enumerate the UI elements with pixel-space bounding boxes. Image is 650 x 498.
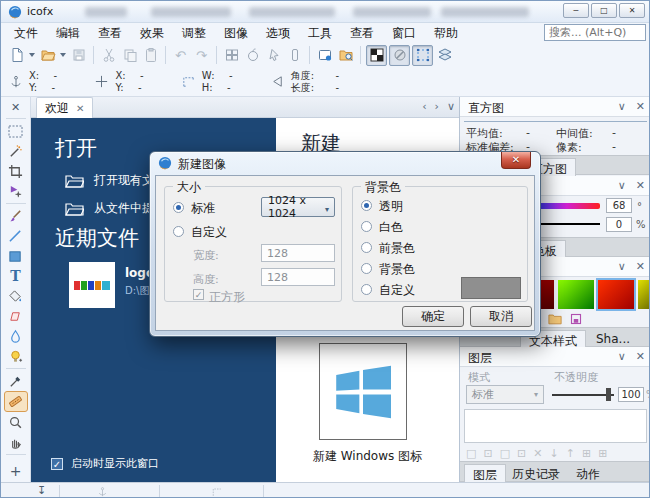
opacity-slider-track[interactable] (552, 394, 614, 396)
panel-close-button[interactable]: ✕ (11, 101, 20, 114)
hue-value-input[interactable] (606, 198, 632, 213)
minimize-button[interactable]: ─ (563, 3, 589, 18)
collapse-icon[interactable]: ∨ (618, 350, 626, 363)
save-button[interactable] (68, 45, 89, 66)
menu-item-view[interactable]: 查看 (89, 23, 131, 44)
text-tool[interactable]: T (4, 266, 28, 286)
saturation-value-input[interactable] (606, 217, 632, 232)
transparent-radio[interactable] (361, 200, 372, 211)
tab-close-icon[interactable]: ✕ (76, 103, 84, 114)
add-tool-button[interactable]: + (10, 463, 22, 479)
recent-file-thumbnail[interactable] (69, 262, 115, 308)
menu-item-tools[interactable]: 工具 (299, 23, 341, 44)
tab-shadow[interactable]: Sha... (588, 330, 638, 348)
close-icon[interactable]: ✕ (636, 179, 645, 192)
close-icon[interactable]: ✕ (636, 350, 645, 363)
dock-icon[interactable]: ↧ (37, 484, 46, 497)
duplicate-layer-icon[interactable]: ⊡ (483, 447, 492, 460)
magic-wand-tool[interactable] (4, 141, 28, 161)
swatch-save-button[interactable] (570, 313, 582, 328)
startup-checkbox[interactable]: ✓ (51, 458, 63, 470)
menu-item-adjust[interactable]: 调整 (173, 23, 215, 44)
line-tool[interactable] (4, 226, 28, 246)
delete-layer-icon[interactable]: ✕ (533, 447, 542, 460)
phone-icon-button[interactable] (284, 45, 305, 66)
tab-scroll-left-button[interactable]: ‹ (422, 100, 426, 113)
macos-icon-button[interactable] (242, 45, 263, 66)
color-picker-tool[interactable] (4, 371, 28, 391)
custom-color-radio[interactable] (361, 284, 372, 295)
foreground-radio[interactable] (361, 242, 372, 253)
collapse-icon[interactable]: ∨ (618, 100, 626, 113)
blur-tool[interactable] (4, 326, 28, 346)
move-selection-tool[interactable] (4, 181, 28, 201)
move-up-icon[interactable]: ↑ (566, 447, 575, 460)
cut-button[interactable] (98, 45, 119, 66)
windows-icon-button[interactable] (221, 45, 242, 66)
browse-images-button[interactable] (335, 45, 356, 66)
standard-radio[interactable] (173, 202, 184, 213)
tab-scroll-right-button[interactable]: › (435, 100, 439, 113)
collapse-icon[interactable]: ∨ (618, 260, 626, 273)
open-file-button[interactable] (37, 45, 58, 66)
copy-layer-icon[interactable]: □ (500, 447, 510, 460)
undo-button[interactable]: ↶ (170, 45, 191, 66)
rectangle-tool[interactable] (4, 246, 28, 266)
swatch-olive[interactable] (638, 280, 650, 309)
crop-tool[interactable] (4, 161, 28, 181)
open-file-dropdown-icon[interactable] (60, 53, 66, 57)
startup-checkbox-row[interactable]: ✓ 启动时显示此窗口 (51, 456, 159, 471)
new-file-button[interactable] (6, 45, 27, 66)
square-checkbox[interactable]: ✓ (193, 289, 204, 300)
zoom-tool[interactable] (4, 412, 28, 432)
close-icon[interactable]: ✕ (636, 100, 645, 113)
collapse-icon[interactable]: ∨ (618, 179, 626, 192)
layers-list[interactable] (464, 409, 647, 443)
ok-button[interactable]: 确定 (402, 306, 464, 327)
cancel-button[interactable]: 取消 (470, 306, 532, 327)
hand-tool[interactable] (4, 432, 28, 452)
menu-item-help[interactable]: 帮助 (425, 23, 467, 44)
toggle-exclusion-button[interactable] (389, 45, 410, 66)
width-input[interactable] (261, 244, 335, 262)
toggle-selection-button[interactable] (412, 45, 433, 66)
fill-tool[interactable] (4, 286, 28, 306)
custom-color-swatch[interactable] (461, 277, 521, 299)
tab-history[interactable]: 历史记录 (504, 464, 568, 482)
cursor-icon-button[interactable] (263, 45, 284, 66)
height-input[interactable] (261, 268, 335, 286)
layers-view-button[interactable] (434, 45, 455, 66)
merge-all-icon[interactable]: ⊞ (598, 447, 607, 460)
menu-item-view2[interactable]: 查看 (341, 23, 383, 44)
menu-item-file[interactable]: 文件 (5, 23, 47, 44)
menu-item-image[interactable]: 图像 (215, 23, 257, 44)
brush-tool[interactable] (4, 206, 28, 226)
new-file-dropdown-icon[interactable] (29, 53, 35, 57)
menu-item-edit[interactable]: 编辑 (47, 23, 89, 44)
image-preview-button[interactable] (314, 45, 335, 66)
swatch-open-button[interactable] (548, 313, 562, 328)
tab-actions[interactable]: 动作 (568, 464, 608, 482)
ruler-tool[interactable] (4, 391, 28, 412)
blend-mode-select[interactable]: 标准 ▾ (466, 385, 544, 404)
search-input[interactable] (544, 24, 646, 41)
standard-size-select[interactable]: 1024 x 1024 ▾ (261, 197, 335, 217)
opacity-value-input[interactable] (618, 387, 644, 402)
toggle-transparency-grid-button[interactable] (366, 45, 387, 66)
redo-button[interactable]: ↷ (191, 45, 212, 66)
swatch-red-selected[interactable] (598, 280, 634, 309)
paste-button[interactable] (140, 45, 161, 66)
dialog-close-button[interactable]: ✕ (501, 152, 531, 169)
copy-button[interactable] (119, 45, 140, 66)
new-layer-icon[interactable]: □ (466, 447, 476, 460)
menu-item-options[interactable]: 选项 (257, 23, 299, 44)
menu-item-window[interactable]: 窗口 (383, 23, 425, 44)
tab-list-button[interactable]: ∨ (447, 100, 455, 113)
new-windows-icon-card[interactable] (319, 343, 407, 440)
move-down-icon[interactable]: ↓ (549, 447, 558, 460)
custom-radio[interactable] (173, 226, 184, 237)
close-button[interactable]: ✕ (619, 3, 645, 18)
maximize-button[interactable]: □ (591, 3, 617, 18)
rect-select-tool[interactable] (4, 121, 28, 141)
white-radio[interactable] (361, 221, 372, 232)
